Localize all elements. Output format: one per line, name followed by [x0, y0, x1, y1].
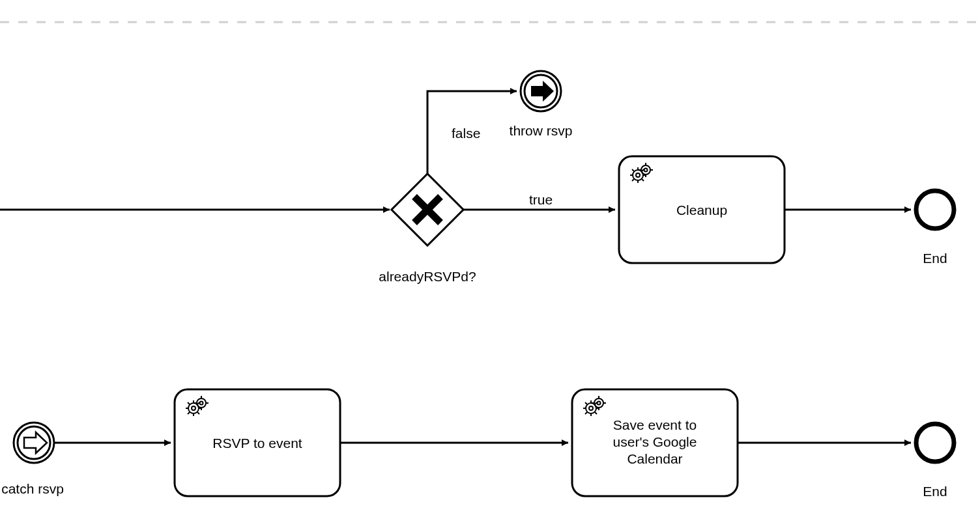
throw-link-event — [521, 71, 561, 111]
gateway-label: alreadyRSVPd? — [379, 269, 476, 284]
save-task-label-line2: user's Google — [613, 434, 697, 449]
save-task-label-line1: Save event to — [613, 417, 697, 432]
save-task-label-line3: Calendar — [627, 451, 682, 466]
exclusive-gateway — [392, 174, 463, 245]
save-calendar-task: Save event to user's Google Calendar — [572, 389, 738, 496]
end-event-2-label: End — [923, 484, 947, 499]
cleanup-task-label: Cleanup — [676, 202, 727, 217]
end-event-1-label: End — [923, 251, 947, 266]
false-label: false — [452, 126, 480, 141]
svg-point-57 — [916, 424, 954, 462]
true-label: true — [529, 192, 553, 207]
catch-link-event — [14, 423, 54, 463]
rsvp-task: RSVP to event — [175, 389, 340, 496]
svg-point-20 — [916, 191, 954, 229]
throw-link-label: throw rsvp — [510, 123, 573, 138]
rsvp-task-label: RSVP to event — [212, 436, 302, 451]
end-event-2 — [916, 424, 954, 462]
catch-link-label: catch rsvp — [1, 481, 64, 496]
end-event-1 — [916, 191, 954, 229]
cleanup-task: Cleanup — [619, 156, 785, 263]
